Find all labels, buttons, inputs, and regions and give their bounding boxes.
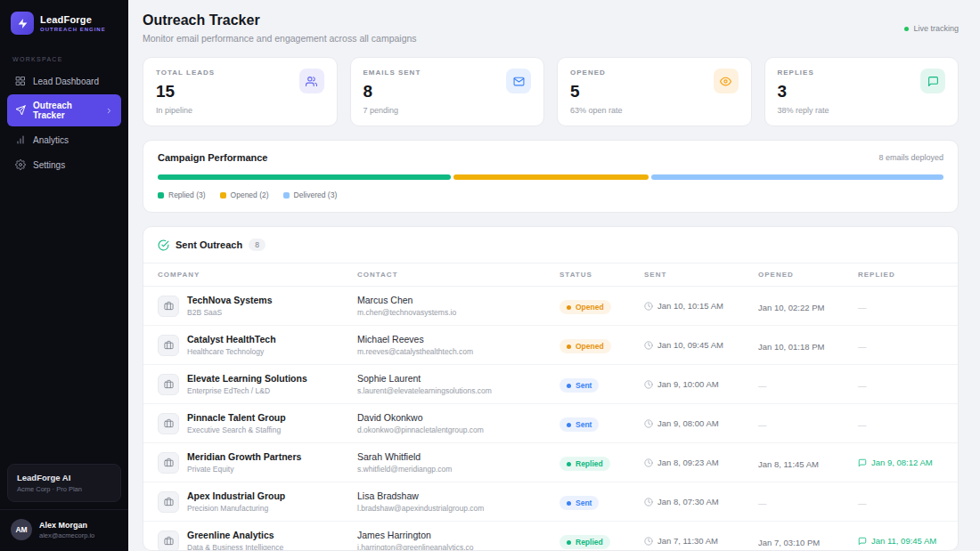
campaign-header: Campaign Performance 8 emails deployed [158,152,943,163]
table-row[interactable]: Greenline Analytics Data & Business Inte… [143,522,958,551]
stat-sub: In pipeline [156,106,215,115]
plan-subtitle: Acme Corp · Pro Plan [17,485,111,493]
replied-date: Jan 11, 09:45 AM [858,536,936,546]
replied-cell: — [858,377,943,393]
replied-empty: — [858,420,867,430]
stat-card-total-leads: TOTAL LEADS 15 In pipeline [143,57,338,126]
company-cell: Apex Industrial Group Precision Manufact… [158,490,357,513]
brand-tagline: OUTREACH ENGINE [40,27,106,32]
status-dot-icon [567,423,571,427]
campaign-title: Campaign Performance [158,152,267,163]
chat-icon [920,69,945,93]
column-header-contact[interactable]: CONTACT [357,271,559,279]
column-header-opened[interactable]: OPENED [758,271,858,279]
contact-email: l.bradshaw@apexindustrialgroup.com [357,504,559,513]
stat-label: EMAILS SENT [363,69,421,77]
workspace-section-label: WORKSPACE [0,44,128,68]
table-row[interactable]: Elevate Learning Solutions Enterprise Ed… [143,365,958,404]
sidebar-nav: Lead Dashboard Outreach Tracker Analytic… [0,68,128,178]
table-row[interactable]: Apex Industrial Group Precision Manufact… [143,482,958,522]
clock-icon [644,498,653,506]
status-badge: Opened [559,300,611,314]
legend-swatch-icon [283,192,290,199]
legend-label: Delivered (3) [294,190,338,199]
status-cell: Replied [559,532,644,550]
stat-card-opened: OPENED 5 63% open rate [557,57,752,126]
company-cell: Greenline Analytics Data & Business Inte… [158,530,357,551]
chat-icon [858,537,867,546]
status-badge: Sent [559,417,599,432]
campaign-progress-bar [158,174,943,180]
opened-cell: Jan 8, 11:45 AM [758,455,858,471]
contact-name: James Harrington [357,530,559,540]
campaign-bar-segment [158,174,451,180]
opened-cell: Jan 10, 01:18 PM [758,337,858,353]
contact-cell: David Okonkwo d.okonkwo@pinnacletalentgr… [357,412,559,434]
page-title: Outreach Tracker [143,12,417,28]
legend-item: Delivered (3) [283,190,338,199]
replied-empty: — [858,498,867,508]
opened-date: Jan 7, 03:10 PM [758,538,820,547]
column-header-replied[interactable]: REPLIED [858,271,943,279]
sent-cell: Jan 9, 10:00 AM [644,379,758,389]
send-icon [15,105,26,116]
stat-label: OPENED [570,69,623,77]
sent-cell: Jan 8, 07:30 AM [644,497,758,506]
page-title-block: Outreach Tracker Monitor email performan… [143,12,417,44]
building-icon [158,296,179,317]
stat-sub: 63% open rate [570,106,623,115]
column-header-status[interactable]: STATUS [559,271,644,279]
table-row[interactable]: TechNova Systems B2B SaaS Marcus Chen m.… [143,287,958,326]
table-row[interactable]: Catalyst HealthTech Healthcare Technolog… [143,326,958,365]
campaign-legend: Replied (3)Opened (2)Delivered (3) [158,190,943,199]
clock-icon [644,380,653,389]
status-badge: Replied [559,457,610,471]
stat-value: 5 [570,82,623,101]
stat-sub: 38% reply rate [778,106,829,115]
table-row[interactable]: Pinnacle Talent Group Executive Search &… [143,404,958,443]
status-badge: Opened [559,339,611,353]
contact-name: David Okonkwo [357,412,559,423]
contact-name: Lisa Bradshaw [357,490,559,501]
contact-name: Michael Reeves [357,334,559,344]
contact-name: Sarah Whitfield [357,451,559,462]
sent-cell: Jan 8, 09:23 AM [644,458,758,467]
status-cell: Opened [559,297,644,315]
live-tracking-label: Live tracking [913,24,959,33]
chat-icon [858,458,867,467]
sidebar-item-analytics[interactable]: Analytics [7,128,121,151]
sidebar-item-settings[interactable]: Settings [7,153,121,176]
avatar: AM [11,519,32,540]
sent-date: Jan 8, 09:23 AM [657,458,719,467]
replied-empty: — [858,342,867,352]
contact-email: s.whitfield@meridiangp.com [357,465,559,474]
company-name: Greenline Analytics [187,530,283,540]
replied-cell: — [858,416,943,432]
column-header-sent[interactable]: SENT [644,271,758,279]
sidebar-item-lead-dashboard[interactable]: Lead Dashboard [7,69,121,93]
company-cell: TechNova Systems B2B SaaS [158,295,357,317]
users-icon [299,69,324,93]
table-row[interactable]: Meridian Growth Partners Private Equity … [143,443,958,482]
check-circle-icon [158,239,169,251]
status-badge: Sent [559,496,599,510]
sidebar-item-outreach-tracker[interactable]: Outreach Tracker [7,94,121,126]
sent-cell: Jan 7, 11:30 AM [644,536,758,546]
opened-date: Jan 10, 01:18 PM [758,342,824,352]
replied-cell: Jan 9, 08:12 AM [858,455,943,471]
stat-value: 8 [363,82,421,101]
opened-cell: — [758,416,858,432]
status-dot-icon [567,462,571,466]
campaign-bar-segment [453,174,649,180]
opened-cell: Jan 10, 02:22 PM [758,298,858,314]
stat-sub: 7 pending [363,106,421,115]
contact-cell: James Harrington j.harrington@greenlinea… [357,530,559,551]
status-dot-icon [567,540,571,545]
plan-card[interactable]: LeadForge AI Acme Corp · Pro Plan [7,464,121,502]
column-header-company[interactable]: COMPANY [158,271,357,279]
status-dot-icon [567,384,571,388]
building-icon [158,491,179,513]
contact-email: m.chen@technovasystems.io [357,308,559,317]
building-icon [158,531,179,551]
user-profile[interactable]: AM Alex Morgan alex@acmecorp.io [0,509,128,551]
